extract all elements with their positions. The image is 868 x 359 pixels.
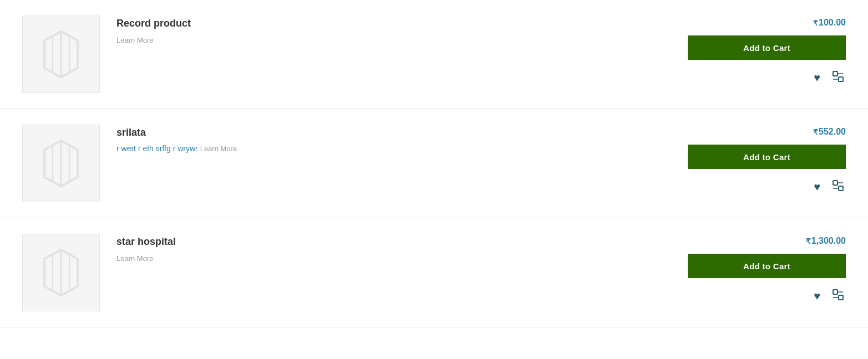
heart-icon: ♥ xyxy=(814,181,820,193)
svg-rect-13 xyxy=(839,186,843,191)
product-row: Record product Learn More ₹100.00 Add to… xyxy=(0,0,868,109)
price-currency-icon: ₹ xyxy=(806,237,810,245)
heart-icon: ♥ xyxy=(814,290,820,302)
product-name: Record product xyxy=(116,18,685,29)
add-to-cart-button[interactable]: Add to Cart xyxy=(688,145,846,169)
price-value: 100.00 xyxy=(819,18,846,28)
compare-icon xyxy=(833,180,844,194)
product-image xyxy=(22,16,100,93)
price-value: 552.00 xyxy=(819,127,846,137)
product-name: star hospital xyxy=(116,236,685,248)
learn-more-link[interactable]: Learn More xyxy=(200,145,237,153)
compare-icon xyxy=(833,289,844,303)
product-row: srilata r wert r eth srffg r wrywr Learn… xyxy=(0,109,868,218)
price-value: 1,300.00 xyxy=(811,236,846,246)
product-icon-actions: ♥ xyxy=(811,69,846,87)
product-image xyxy=(22,234,100,311)
product-actions: ₹100.00 Add to Cart ♥ xyxy=(685,16,846,87)
product-info: Record product Learn More xyxy=(116,16,685,45)
svg-rect-20 xyxy=(833,290,837,294)
product-actions: ₹552.00 Add to Cart ♥ xyxy=(685,125,846,196)
product-name: srilata xyxy=(116,127,685,139)
product-info: srilata r wert r eth srffg r wrywr Learn… xyxy=(116,125,685,156)
add-to-cart-button[interactable]: Add to Cart xyxy=(688,254,846,278)
wishlist-button[interactable]: ♥ xyxy=(811,178,823,196)
product-price: ₹1,300.00 xyxy=(806,236,846,246)
compare-button[interactable] xyxy=(830,69,846,87)
price-currency-icon: ₹ xyxy=(813,128,818,136)
product-image xyxy=(22,125,100,202)
compare-button[interactable] xyxy=(830,178,846,196)
svg-rect-5 xyxy=(839,77,843,81)
add-to-cart-button[interactable]: Add to Cart xyxy=(688,35,846,60)
price-currency-icon: ₹ xyxy=(813,19,818,27)
product-description: r wert r eth srffg r wrywr Learn More xyxy=(116,144,685,153)
compare-icon xyxy=(833,71,844,85)
product-icon-actions: ♥ xyxy=(811,287,846,305)
svg-rect-12 xyxy=(833,181,837,185)
wishlist-button[interactable]: ♥ xyxy=(811,288,823,305)
svg-rect-4 xyxy=(833,71,837,76)
product-price: ₹100.00 xyxy=(813,18,846,28)
learn-more-link[interactable]: Learn More xyxy=(116,36,153,44)
heart-icon: ♥ xyxy=(814,71,820,84)
product-info: star hospital Learn More xyxy=(116,234,685,263)
svg-rect-21 xyxy=(839,295,843,300)
learn-more-link[interactable]: Learn More xyxy=(116,254,153,263)
product-row: star hospital Learn More ₹1,300.00 Add t… xyxy=(0,218,868,327)
product-list: Record product Learn More ₹100.00 Add to… xyxy=(0,0,868,327)
product-actions: ₹1,300.00 Add to Cart ♥ xyxy=(685,234,846,305)
product-price: ₹552.00 xyxy=(813,127,846,137)
product-icon-actions: ♥ xyxy=(811,178,846,196)
wishlist-button[interactable]: ♥ xyxy=(811,69,823,86)
compare-button[interactable] xyxy=(830,287,846,305)
